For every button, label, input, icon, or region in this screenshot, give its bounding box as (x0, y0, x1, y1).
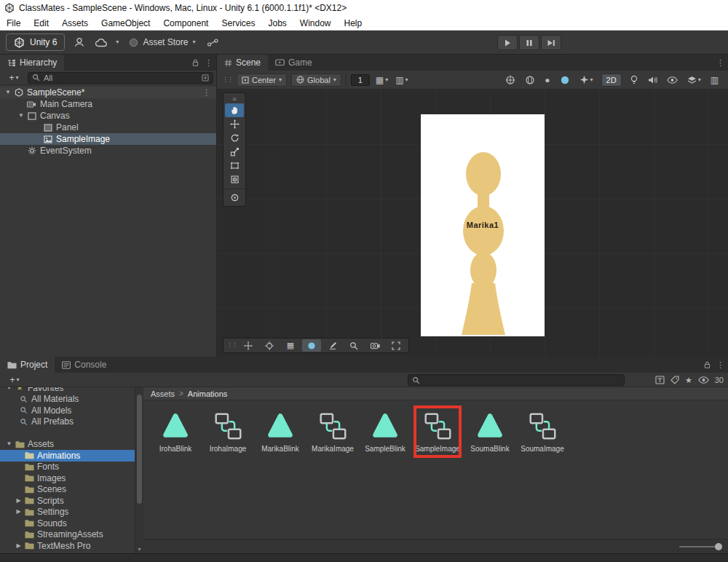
rect-tool-button[interactable] (223, 159, 245, 173)
scale-tool-button[interactable] (223, 145, 245, 159)
tree-row-all-prefabs[interactable]: All Prefabs (0, 416, 135, 428)
asset-item-irohablink[interactable]: IrohaBlink (149, 409, 202, 453)
render-mode-icon[interactable] (302, 339, 321, 352)
toggle-2d-button[interactable]: 2D (601, 74, 622, 87)
asset-item-soumablink[interactable]: SoumaBlink (464, 409, 516, 453)
gizmos-icon[interactable]: ▾ (686, 74, 703, 87)
menu-services[interactable]: Services (215, 16, 261, 31)
play-button[interactable] (497, 35, 518, 50)
menu-file[interactable]: File (0, 16, 27, 31)
expander-open-icon[interactable]: ▼ (16, 113, 26, 119)
menu-gameobject[interactable]: GameObject (95, 16, 157, 31)
hierarchy-search-input[interactable]: All (28, 72, 213, 84)
tree-row-settings[interactable]: ▶ Settings (0, 507, 135, 518)
breadcrumb-root[interactable]: Assets (151, 389, 175, 398)
expander-open-icon[interactable]: ▼ (4, 441, 14, 447)
handle-rotation-button[interactable]: Global ▾ (291, 74, 341, 87)
panel-menu-icon[interactable]: ⋮ (205, 59, 213, 67)
menu-window[interactable]: Window (293, 16, 338, 31)
overlay-handle-icon[interactable]: ≡ (223, 95, 245, 103)
rotate-tool-button[interactable] (223, 131, 245, 145)
tree-row-streamingassets[interactable]: StreamingAssets (0, 529, 135, 541)
pivot-target-icon[interactable] (260, 339, 279, 352)
menu-jobs[interactable]: Jobs (261, 16, 293, 31)
draw-mode-icon[interactable] (504, 74, 517, 87)
panel-menu-icon[interactable]: ⋮ (716, 361, 724, 369)
snap-settings-button[interactable]: ▥ ▾ (394, 74, 409, 87)
debug-mode-icon[interactable] (523, 74, 537, 87)
effects-icon[interactable]: ▾ (578, 74, 595, 87)
save-search-icon[interactable]: ★ (685, 376, 692, 384)
expander-open-icon[interactable]: ▼ (3, 90, 13, 95)
ui-canvas[interactable]: Marika1 (421, 114, 545, 336)
expander-closed-icon[interactable]: ▶ (14, 509, 23, 515)
color-picker-icon[interactable] (323, 339, 342, 352)
tree-row-scenes[interactable]: Scenes (0, 484, 135, 496)
tree-scrollbar[interactable]: ▼ (135, 387, 143, 553)
create-asset-button[interactable]: + ▾ (4, 374, 25, 386)
project-search-input[interactable] (408, 374, 625, 386)
hierarchy-row-eventsystem[interactable]: EventSystem (0, 145, 216, 157)
hierarchy-row-panel[interactable]: Panel (0, 122, 216, 133)
toolbar-handle-icon[interactable]: ⋮⋮ (222, 76, 232, 83)
tree-row-scripts[interactable]: ▶ Scripts (0, 495, 135, 507)
asset-item-sampleblink[interactable]: SampleBlink (359, 409, 411, 453)
tree-row-sounds[interactable]: Sounds (0, 518, 135, 529)
shaded-sphere-icon[interactable]: ● (543, 74, 551, 87)
transform-tool-button[interactable] (223, 173, 245, 186)
audio-icon[interactable] (646, 74, 659, 87)
pause-button[interactable] (519, 35, 539, 50)
tree-row-favorites[interactable]: ▼ ★ Favorites (0, 387, 135, 394)
tree-row-assets-root[interactable]: ▼ Assets (0, 439, 135, 451)
grid-toggle-icon[interactable]: ▦ (281, 339, 300, 352)
panel-menu-icon[interactable]: ⋮ (716, 59, 724, 67)
tree-row-images[interactable]: Images (0, 472, 135, 484)
move-tool-button[interactable] (223, 117, 245, 131)
account-icon[interactable] (72, 35, 87, 50)
step-button[interactable] (541, 35, 561, 50)
tab-scene[interactable]: Scene (217, 55, 268, 71)
expander-open-icon[interactable]: ▼ (4, 387, 14, 391)
asset-item-marikablink[interactable]: MarikaBlink (254, 409, 306, 453)
tree-row-all-models[interactable]: All Models (0, 405, 135, 416)
hierarchy-row-main-camera[interactable]: Main Camera (0, 98, 216, 110)
cloud-caret-icon[interactable]: ▾ (116, 39, 119, 45)
menu-help[interactable]: Help (338, 16, 369, 31)
menu-assets[interactable]: Assets (55, 16, 95, 31)
overlays-icon[interactable]: ▥ (709, 74, 720, 87)
grid-size-field[interactable]: 1 (351, 74, 370, 86)
scrollbar-down-icon[interactable]: ▼ (135, 547, 143, 552)
hierarchy-row-canvas[interactable]: ▼ Canvas (0, 110, 216, 122)
asset-item-sampleimage[interactable]: SampleImage (411, 409, 464, 453)
camera-settings-icon[interactable] (365, 339, 384, 352)
custom-tool-button[interactable] (223, 189, 245, 205)
search-options-icon[interactable] (202, 74, 209, 82)
multiplayer-link-icon[interactable] (205, 35, 220, 50)
menu-component[interactable]: Component (157, 16, 215, 31)
lock-icon[interactable] (703, 360, 711, 369)
maximize-icon[interactable] (387, 339, 405, 352)
hand-tool-button[interactable] (225, 103, 244, 117)
orbit-tool-icon[interactable] (239, 339, 258, 352)
lock-icon[interactable] (191, 58, 199, 67)
expander-closed-icon[interactable]: ▶ (14, 498, 23, 504)
asset-item-irohaimage[interactable]: IrohaImage (202, 409, 254, 453)
asset-store-button[interactable]: Asset Store ▾ (126, 33, 198, 51)
hierarchy-row-sampleimage[interactable]: SampleImage (0, 133, 216, 145)
scene-viewport[interactable]: ≡ (217, 90, 728, 357)
expander-closed-icon[interactable]: ▶ (14, 543, 23, 549)
thumbnail-size-slider[interactable] (679, 546, 719, 547)
hidden-items-eye-icon[interactable] (698, 376, 709, 384)
search-by-label-icon[interactable] (670, 376, 679, 384)
tab-hierarchy[interactable]: Hierarchy (0, 55, 64, 71)
grid-snap-button[interactable]: ▦ ▾ (374, 74, 389, 87)
lighting-icon[interactable] (628, 74, 640, 87)
eye-icon[interactable] (665, 74, 679, 87)
overlay-handle-icon[interactable]: ⋮⋮ (226, 342, 237, 349)
asset-item-marikaimage[interactable]: MarikaImage (306, 409, 359, 453)
breadcrumb-current[interactable]: Animations (188, 389, 227, 398)
cloud-icon[interactable] (94, 35, 108, 50)
asset-item-soumaimage[interactable]: SoumaImage (516, 409, 569, 453)
zoom-tool-icon[interactable] (344, 339, 363, 352)
scrollbar-thumb[interactable] (137, 395, 142, 504)
